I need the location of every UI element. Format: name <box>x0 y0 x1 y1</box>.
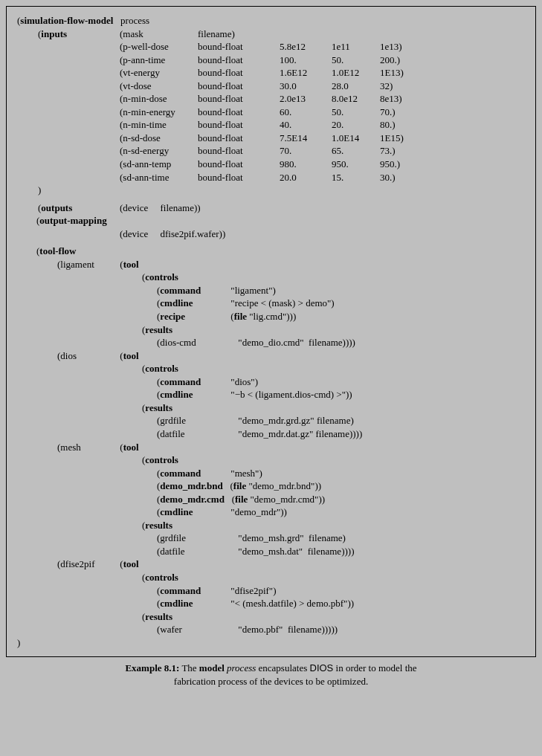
tool-dios: dios <box>60 349 120 363</box>
outputs-kw: outputs <box>41 202 72 213</box>
input-name: mask <box>123 28 143 39</box>
tool-ligament: ligament <box>60 258 120 271</box>
tool-flow-kw: tool-flow <box>39 245 76 256</box>
example-caption: Example 8.1: The model process encapsula… <box>6 662 536 688</box>
inputs-kw: inputs <box>41 28 67 39</box>
header-line: (simulation-flow-model process <box>17 14 149 28</box>
code-listing: (simulation-flow-model process (inputs (… <box>6 6 536 657</box>
output-mapping-kw: output-mapping <box>39 215 106 226</box>
tool-mesh: mesh <box>60 441 120 454</box>
tool-dfise2pif: dfise2pif <box>60 558 120 571</box>
